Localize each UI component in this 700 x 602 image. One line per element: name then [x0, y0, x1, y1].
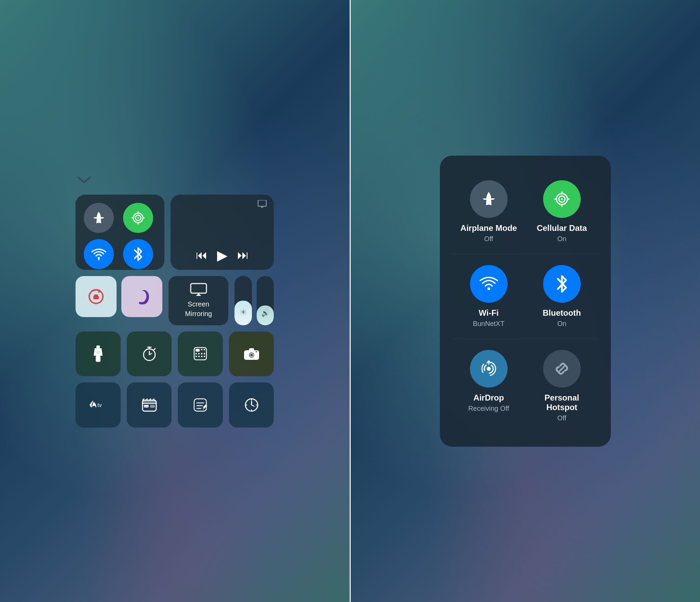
svg-rect-30 [196, 356, 197, 357]
svg-rect-28 [201, 353, 202, 354]
flashlight-button[interactable] [76, 331, 121, 377]
popup-airplane-mode[interactable]: Airplane Mode Off [452, 169, 525, 254]
airplane-mode-circle [470, 180, 508, 218]
svg-rect-44 [150, 405, 155, 408]
airplane-mode-label: Airplane Mode [460, 223, 517, 233]
small-tiles [76, 276, 162, 325]
svg-point-2 [137, 217, 139, 219]
svg-rect-49 [194, 399, 206, 411]
popup-bluetooth[interactable]: Bluetooth On [525, 254, 598, 339]
cellular-data-circle [543, 180, 581, 218]
svg-rect-32 [201, 356, 202, 357]
svg-rect-43 [144, 405, 149, 406]
top-row: ⏮ ▶ ⏭ [76, 195, 274, 270]
svg-line-73 [560, 366, 564, 371]
svg-point-68 [487, 287, 490, 290]
volume-slider[interactable]: 🔊 [257, 276, 274, 325]
connectivity-popup: Airplane Mode Off [440, 156, 611, 447]
wifi-button[interactable] [84, 239, 114, 269]
svg-point-35 [248, 352, 255, 358]
svg-rect-26 [196, 353, 197, 354]
cellular-data-label: Cellular Data [537, 223, 587, 233]
media-tile: ⏮ ▶ ⏭ [171, 195, 274, 270]
lock-rotation-button[interactable] [76, 276, 117, 317]
svg-text:tv: tv [97, 402, 102, 408]
screen-mirroring-label: Screen Mirroring [179, 299, 218, 318]
svg-point-16 [96, 351, 100, 354]
sliders-area: ☀ 🔊 [234, 276, 274, 325]
app-row-1 [76, 331, 274, 377]
svg-rect-24 [201, 349, 202, 350]
svg-rect-31 [198, 356, 200, 357]
popup-card: Airplane Mode Off [440, 156, 611, 447]
brightness-slider[interactable]: ☀ [234, 276, 252, 325]
timer-button[interactable] [127, 331, 172, 377]
popup-wifi[interactable]: Wi-Fi BunNetXT [452, 254, 525, 339]
left-half: ⏮ ▶ ⏭ [0, 0, 350, 602]
camera-button[interactable] [229, 331, 274, 377]
notes-button[interactable] [178, 382, 223, 428]
airdrop-label: AirDrop [473, 393, 504, 403]
fast-forward-button[interactable]: ⏭ [237, 248, 249, 262]
svg-rect-11 [191, 284, 206, 293]
airplay-icon [257, 200, 267, 208]
svg-rect-13 [96, 345, 100, 348]
bluetooth-circle [543, 265, 581, 303]
popup-cellular-data[interactable]: Cellular Data On [525, 169, 598, 254]
svg-line-56 [252, 405, 254, 406]
second-row: Screen Mirroring ☀ 🔊 [76, 276, 274, 325]
svg-point-7 [98, 257, 100, 259]
wallet-button[interactable] [127, 382, 172, 428]
cellular-data-button[interactable] [123, 203, 153, 233]
svg-rect-29 [204, 353, 205, 354]
bluetooth-label: Bluetooth [543, 308, 581, 318]
svg-point-69 [487, 367, 491, 371]
play-button[interactable]: ▶ [217, 247, 228, 263]
svg-rect-25 [204, 349, 205, 350]
panel-divider [350, 0, 351, 602]
cellular-data-status: On [557, 235, 566, 243]
right-half: Airplane Mode Off [351, 0, 700, 602]
svg-point-63 [561, 198, 563, 200]
svg-rect-10 [93, 296, 99, 299]
svg-rect-40 [143, 400, 156, 404]
apple-tv-button[interactable]: tv [76, 382, 121, 428]
chevron-indicator [76, 175, 274, 185]
personal-hotspot-label: Personal Hotspot [532, 393, 592, 412]
wifi-network: BunNetXT [473, 320, 504, 328]
popup-grid: Airplane Mode Off [452, 169, 598, 433]
control-center-panel: ⏮ ▶ ⏭ [76, 175, 274, 428]
connectivity-tile [76, 195, 164, 270]
bluetooth-status: On [557, 320, 566, 328]
wifi-circle [470, 265, 508, 303]
app-row-2: tv [76, 382, 274, 428]
rewind-button[interactable]: ⏮ [196, 248, 207, 262]
svg-rect-23 [196, 349, 200, 352]
brightness-icon: ☀ [240, 307, 247, 317]
svg-rect-33 [204, 356, 205, 357]
do-not-disturb-button[interactable] [121, 276, 162, 317]
hotspot-circle [543, 350, 581, 388]
bluetooth-button[interactable] [123, 239, 153, 269]
airdrop-status: Receiving Off [468, 405, 509, 413]
svg-point-37 [255, 351, 257, 353]
personal-hotspot-status: Off [557, 414, 566, 422]
screen-mirroring-button[interactable]: Screen Mirroring [169, 276, 228, 325]
calculator-button[interactable] [178, 331, 223, 377]
wifi-label: Wi-Fi [479, 308, 499, 318]
popup-personal-hotspot[interactable]: Personal Hotspot Off [525, 339, 598, 433]
media-controls: ⏮ ▶ ⏭ [177, 247, 267, 263]
airplane-mode-button[interactable] [84, 203, 114, 233]
popup-airdrop[interactable]: AirDrop Receiving Off [452, 339, 525, 433]
airplane-mode-status: Off [484, 235, 493, 243]
airdrop-circle [470, 350, 508, 388]
svg-rect-15 [96, 356, 100, 362]
svg-rect-27 [198, 353, 200, 354]
clock-button[interactable] [229, 382, 274, 428]
volume-icon: 🔊 [261, 309, 270, 317]
